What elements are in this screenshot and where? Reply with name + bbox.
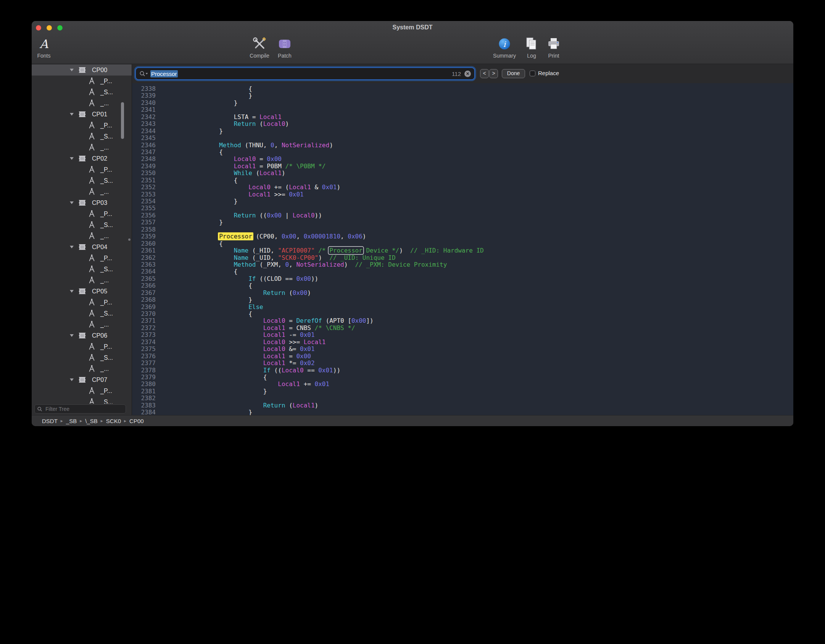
line-number: 2381: [132, 388, 156, 395]
tree-item-method[interactable]: _P...: [32, 385, 132, 396]
disclosure-icon[interactable]: [70, 334, 74, 337]
scope-icon: [78, 288, 87, 295]
tree-item-method[interactable]: _P...: [32, 164, 132, 175]
tree-item-method[interactable]: _...: [32, 98, 132, 109]
tree-item-method[interactable]: _P...: [32, 297, 132, 308]
tree-item-label: _...: [100, 365, 109, 372]
disclosure-icon[interactable]: [70, 157, 74, 160]
filter-tree-input[interactable]: [45, 406, 123, 412]
breadcrumb-item[interactable]: DSDT: [42, 418, 58, 424]
line-number: 2348: [132, 156, 156, 163]
tree-item-cp04[interactable]: CP04: [32, 242, 132, 253]
next-match-button[interactable]: >: [489, 69, 498, 78]
previous-match-button[interactable]: <: [480, 69, 489, 78]
breadcrumb-item[interactable]: SCK0: [106, 418, 121, 424]
sidebar-scrollbar[interactable]: [121, 102, 124, 139]
tree-item-label: CP06: [92, 332, 107, 339]
tree-item-label: _S...: [100, 177, 113, 184]
tree-item-method[interactable]: _P...: [32, 120, 132, 131]
breadcrumb-separator: ▸: [101, 418, 103, 423]
disclosure-icon[interactable]: [70, 246, 74, 248]
method-icon: [88, 298, 96, 306]
code-editor[interactable]: 2338 {2339 }2340 }23412342 LSTA = Local1…: [132, 83, 793, 415]
line-number: 2345: [132, 135, 156, 142]
tree-item-method[interactable]: _P...: [32, 253, 132, 264]
tree-item-label: CP03: [92, 200, 107, 206]
code-line: 2343 Return (Local0): [132, 121, 793, 127]
tree-item-label: _P...: [100, 299, 112, 306]
tree-item-method[interactable]: _S...: [32, 396, 132, 404]
disclosure-icon[interactable]: [70, 201, 74, 204]
splitter-handle[interactable]: [128, 238, 131, 241]
tree-item-label: CP04: [92, 244, 107, 251]
scope-icon: [78, 155, 87, 162]
tree-item-cp06[interactable]: CP06: [32, 330, 132, 341]
code-line: 2372 Local1 = CNBS /* \CNBS */: [132, 325, 793, 332]
tree-item-cp01[interactable]: CP01: [32, 109, 132, 120]
patch-button[interactable]: Patch: [271, 36, 298, 59]
breadcrumb-item[interactable]: CP00: [129, 418, 144, 424]
tree-item-method[interactable]: _S...: [32, 352, 132, 363]
tree-item-cp02[interactable]: CP02: [32, 153, 132, 164]
summary-button[interactable]: i Summary: [487, 36, 522, 59]
disclosure-icon[interactable]: [70, 113, 74, 116]
code-line: 2364 {: [132, 268, 793, 275]
line-number: 2363: [132, 261, 156, 268]
line-number: 2346: [132, 142, 156, 149]
replace-checkbox[interactable]: [530, 71, 535, 76]
scope-icon: [78, 199, 87, 206]
done-button[interactable]: Done: [502, 69, 525, 78]
tree-item-method[interactable]: _S...: [32, 219, 132, 230]
tree-item-method[interactable]: _S...: [32, 87, 132, 98]
tree-item-method[interactable]: _...: [32, 363, 132, 374]
tree-item-label: _S...: [100, 354, 113, 361]
method-icon: [88, 309, 96, 317]
disclosure-icon[interactable]: [70, 290, 74, 293]
method-icon: [88, 276, 96, 284]
tree-item-method[interactable]: _P...: [32, 341, 132, 352]
breadcrumb-item[interactable]: _SB: [66, 418, 77, 424]
line-number: 2338: [132, 85, 156, 92]
tree-item-label: CP00: [92, 67, 107, 74]
tree-item-cp00[interactable]: CP00: [32, 64, 132, 76]
tree-item-method[interactable]: _S...: [32, 175, 132, 186]
clear-search-icon[interactable]: ✕: [464, 71, 471, 77]
search-menu-icon[interactable]: [139, 71, 148, 77]
sidebar-tree[interactable]: CP00 _P... _S... _... CP01 _P... _S...: [32, 64, 132, 404]
tree-item-label: _S...: [100, 222, 113, 229]
line-number: 2341: [132, 106, 156, 113]
print-button[interactable]: Print: [543, 36, 564, 59]
tree-item-cp07[interactable]: CP07: [32, 374, 132, 385]
code-line: 2368 }: [132, 296, 793, 303]
breadcrumb-item[interactable]: \_SB: [85, 418, 98, 424]
tree-item-method[interactable]: _...: [32, 142, 132, 153]
method-icon: [88, 254, 96, 262]
tree-item-method[interactable]: _P...: [32, 76, 132, 87]
tree-item-method[interactable]: _...: [32, 230, 132, 242]
log-button[interactable]: Log: [521, 36, 542, 59]
disclosure-icon[interactable]: [70, 378, 74, 381]
tree-item-cp03[interactable]: CP03: [32, 197, 132, 208]
breadcrumb: DSDT▸_SB▸\_SB▸SCK0▸CP00: [32, 415, 793, 426]
line-number: 2360: [132, 240, 156, 247]
tree-item-method[interactable]: _S...: [32, 264, 132, 275]
tree-item-label: _...: [100, 188, 109, 195]
method-icon: [88, 210, 96, 217]
code-line: 2367 Return (0x00): [132, 290, 793, 296]
disclosure-icon[interactable]: [70, 69, 74, 71]
find-input[interactable]: Processor 112 ✕: [136, 68, 474, 79]
summary-label: Summary: [493, 53, 516, 59]
app-window: System DSDT A Fonts Compile: [32, 21, 793, 426]
code-line: 2353 Local1 >>= 0x01: [132, 191, 793, 198]
tree-item-cp05[interactable]: CP05: [32, 286, 132, 297]
line-number: 2371: [132, 317, 156, 324]
replace-label: Replace: [538, 70, 559, 76]
tree-item-method[interactable]: _P...: [32, 208, 132, 219]
tree-item-method[interactable]: _...: [32, 275, 132, 286]
tree-item-method[interactable]: _...: [32, 319, 132, 330]
tree-item-method[interactable]: _...: [32, 186, 132, 197]
tree-item-method[interactable]: _S...: [32, 308, 132, 319]
compile-button[interactable]: Compile: [244, 36, 275, 59]
fonts-button[interactable]: A Fonts: [32, 36, 55, 59]
tree-item-method[interactable]: _S...: [32, 131, 132, 142]
